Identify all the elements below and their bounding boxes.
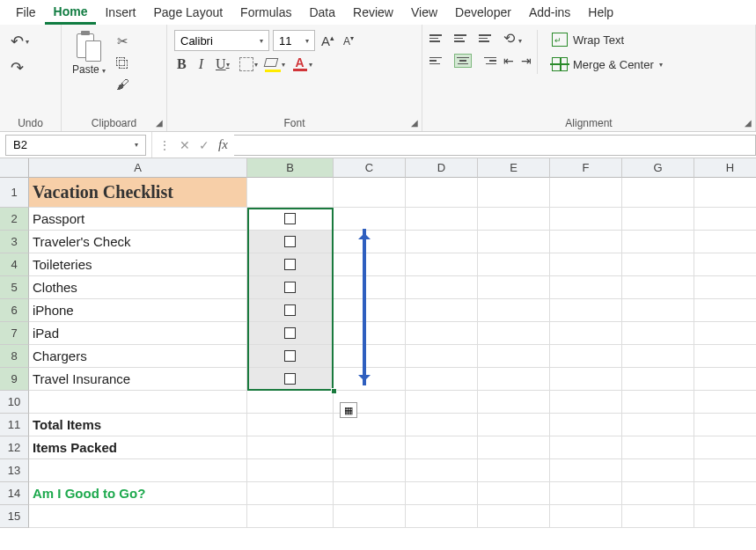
cell-D6[interactable] xyxy=(406,299,478,322)
cell-D5[interactable] xyxy=(406,276,478,299)
cell-F4[interactable] xyxy=(550,253,622,276)
row-header-8[interactable]: 8 xyxy=(0,345,29,368)
cell-G5[interactable] xyxy=(622,276,694,299)
row-header-13[interactable]: 13 xyxy=(0,459,29,482)
fill-handle[interactable] xyxy=(331,388,337,394)
cell-B11[interactable] xyxy=(247,414,334,436)
cell-G2[interactable] xyxy=(622,208,694,231)
align-middle-button[interactable] xyxy=(454,32,472,46)
cell-G11[interactable] xyxy=(622,414,694,436)
increase-indent-button[interactable]: ⇥ xyxy=(521,54,532,68)
cell-F13[interactable] xyxy=(550,459,622,482)
cell-E6[interactable] xyxy=(478,299,550,322)
col-header-E[interactable]: E xyxy=(478,158,550,178)
row-header-4[interactable]: 4 xyxy=(0,253,29,276)
cell-B1[interactable] xyxy=(247,178,334,208)
cell-H11[interactable] xyxy=(694,414,756,436)
cell-D7[interactable] xyxy=(406,322,478,345)
format-painter-button[interactable]: 🖌 xyxy=(114,76,130,92)
cell-D8[interactable] xyxy=(406,345,478,368)
align-bottom-button[interactable] xyxy=(479,32,496,46)
increase-font-button[interactable]: A▴ xyxy=(319,33,337,48)
cell-H13[interactable] xyxy=(694,459,756,482)
cell-H15[interactable] xyxy=(694,505,756,528)
row-header-12[interactable]: 12 xyxy=(0,436,29,459)
cell-A13[interactable] xyxy=(29,459,247,482)
cell-E9[interactable] xyxy=(478,368,550,391)
redo-button[interactable]: ↷ xyxy=(7,56,33,79)
cell-F2[interactable] xyxy=(550,208,622,231)
cell-B12[interactable] xyxy=(247,436,334,459)
cell-C8[interactable] xyxy=(334,345,406,368)
cell-C1[interactable] xyxy=(334,178,406,208)
cell-A5[interactable]: Clothes xyxy=(29,276,247,299)
insert-function-button[interactable]: fx xyxy=(216,137,231,152)
menu-review[interactable]: Review xyxy=(344,2,402,23)
cell-D11[interactable] xyxy=(406,414,478,436)
row-header-11[interactable]: 11 xyxy=(0,414,29,436)
cell-D10[interactable] xyxy=(406,391,478,414)
cell-B15[interactable] xyxy=(247,505,334,528)
row-header-15[interactable]: 15 xyxy=(0,505,29,528)
cell-H2[interactable] xyxy=(694,208,756,231)
menu-insert[interactable]: Insert xyxy=(96,2,144,23)
cell-E14[interactable] xyxy=(478,482,550,505)
cell-H7[interactable] xyxy=(694,322,756,345)
cell-B2[interactable] xyxy=(247,208,334,231)
cell-G1[interactable] xyxy=(622,178,694,208)
cell-H14[interactable] xyxy=(694,482,756,505)
cell-E1[interactable] xyxy=(478,178,550,208)
cell-A11[interactable]: Total Items xyxy=(29,414,247,436)
cell-H8[interactable] xyxy=(694,345,756,368)
underline-button[interactable]: U ▾ xyxy=(213,56,232,72)
cell-D13[interactable] xyxy=(406,459,478,482)
cell-F10[interactable] xyxy=(550,391,622,414)
cell-C12[interactable] xyxy=(334,436,406,459)
cell-A12[interactable]: Items Packed xyxy=(29,436,247,459)
cell-F14[interactable] xyxy=(550,482,622,505)
cell-H1[interactable] xyxy=(694,178,756,208)
cell-A1[interactable]: Vacation Checklist xyxy=(29,178,247,208)
cell-F3[interactable] xyxy=(550,231,622,253)
cell-A10[interactable] xyxy=(29,391,247,414)
cell-F6[interactable] xyxy=(550,299,622,322)
menu-developer[interactable]: Developer xyxy=(446,2,520,23)
cell-B14[interactable] xyxy=(247,482,334,505)
row-header-10[interactable]: 10 xyxy=(0,391,29,414)
cell-D12[interactable] xyxy=(406,436,478,459)
cell-B9[interactable] xyxy=(247,368,334,391)
col-header-G[interactable]: G xyxy=(622,158,694,178)
cell-A7[interactable]: iPad xyxy=(29,322,247,345)
font-color-button[interactable]: A▾ xyxy=(292,56,312,72)
cell-D9[interactable] xyxy=(406,368,478,391)
font-size-select[interactable]: 11▾ xyxy=(273,30,315,51)
cell-H10[interactable] xyxy=(694,391,756,414)
cell-A8[interactable]: Chargers xyxy=(29,345,247,368)
decrease-indent-button[interactable]: ⇤ xyxy=(503,54,514,68)
merge-center-button[interactable]: Merge & Center ▾ xyxy=(548,55,666,74)
wrap-text-button[interactable]: ↵ Wrap Text xyxy=(548,30,666,49)
cell-E12[interactable] xyxy=(478,436,550,459)
col-header-B[interactable]: B xyxy=(247,158,334,178)
col-header-A[interactable]: A xyxy=(29,158,247,178)
cell-B5[interactable] xyxy=(247,276,334,299)
cell-C6[interactable] xyxy=(334,299,406,322)
row-header-3[interactable]: 3 xyxy=(0,231,29,253)
menu-add-ins[interactable]: Add-ins xyxy=(520,2,579,23)
cell-F9[interactable] xyxy=(550,368,622,391)
fill-color-button[interactable]: ▾ xyxy=(265,58,285,70)
menu-help[interactable]: Help xyxy=(579,2,622,23)
cell-A9[interactable]: Travel Insurance xyxy=(29,368,247,391)
cell-A15[interactable] xyxy=(29,505,247,528)
col-header-D[interactable]: D xyxy=(406,158,478,178)
italic-button[interactable]: I xyxy=(196,56,206,72)
cell-E10[interactable] xyxy=(478,391,550,414)
align-top-button[interactable] xyxy=(429,32,447,46)
cell-F5[interactable] xyxy=(550,276,622,299)
paste-button[interactable]: Paste ▾ xyxy=(69,30,109,77)
borders-button[interactable]: ▾ xyxy=(239,57,258,71)
cell-E4[interactable] xyxy=(478,253,550,276)
bold-button[interactable]: B xyxy=(174,56,189,72)
menu-page-layout[interactable]: Page Layout xyxy=(144,2,231,23)
dotted-button[interactable]: ⋮ xyxy=(156,138,173,152)
